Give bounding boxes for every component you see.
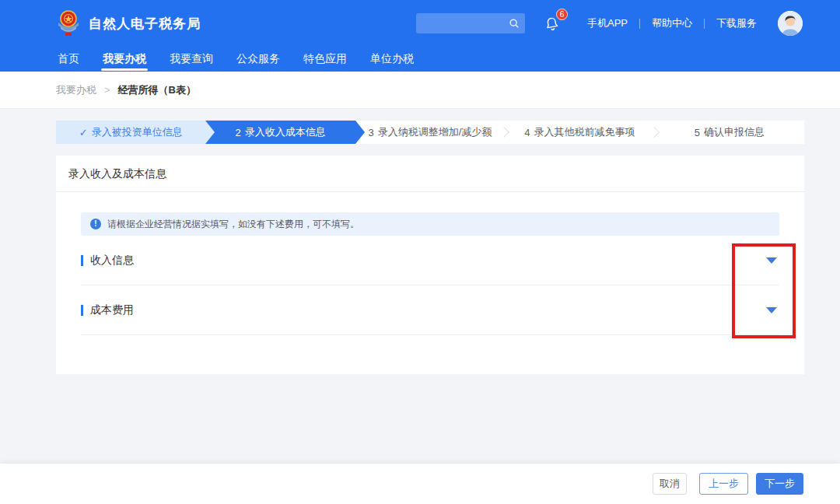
step-label: 录入纳税调整增加/减少额 <box>378 125 492 139</box>
step-label: 确认申报信息 <box>704 125 765 139</box>
breadcrumb-parent[interactable]: 我要办税 <box>56 83 96 97</box>
help-center-link[interactable]: 帮助中心 <box>640 16 704 30</box>
header-actions: 6 手机APP 帮助中心 下载服务 <box>416 11 803 36</box>
mobile-app-link[interactable]: 手机APP <box>576 16 639 30</box>
breadcrumb: 我要办税 > 经营所得（B表） <box>0 72 840 109</box>
notification-bell-icon[interactable]: 6 <box>544 15 560 32</box>
nav-item-query[interactable]: 我要查询 <box>168 52 215 66</box>
section-cost-expense[interactable]: 成本费用 <box>81 285 779 335</box>
header-top-row: 自然人电子税务局 6 手机APP 帮助中心 <box>0 0 840 47</box>
header-links: 手机APP 帮助中心 下载服务 <box>576 16 768 30</box>
collapse-caret-icon[interactable] <box>766 257 777 264</box>
step-number: 5 <box>695 127 700 138</box>
step-5-confirm[interactable]: 5 确认申报信息 <box>655 121 804 144</box>
section-marker <box>81 305 83 316</box>
step-label: 录入收入成本信息 <box>245 125 326 139</box>
section-title: 收入信息 <box>90 254 134 268</box>
main-nav: 首页 我要办税 我要查询 公众服务 特色应用 单位办税 <box>0 47 840 72</box>
user-avatar[interactable] <box>778 11 803 36</box>
info-banner-text: 请根据企业经营情况据实填写，如没有下述费用，可不填写。 <box>107 218 359 231</box>
collapse-caret-icon[interactable] <box>766 307 777 313</box>
section-marker <box>81 255 83 266</box>
breadcrumb-current: 经营所得（B表） <box>118 83 196 97</box>
info-banner: ! 请根据企业经营情况据实填写，如没有下述费用，可不填写。 <box>81 212 779 236</box>
income-cost-card: 录入收入及成本信息 ! 请根据企业经营情况据实填写，如没有下述费用，可不填写。 … <box>56 156 804 374</box>
footer-action-bar: 取消 上一步 下一步 <box>0 464 840 504</box>
search-box <box>416 13 525 33</box>
step-3-tax-adjustment[interactable]: 3 录入纳税调整增加/减少额 <box>355 121 505 144</box>
nav-item-home[interactable]: 首页 <box>56 52 81 66</box>
step-number: 3 <box>369 127 374 138</box>
previous-step-button[interactable]: 上一步 <box>699 473 748 495</box>
step-2-income-cost[interactable]: 2 录入收入成本信息 <box>205 121 355 144</box>
step-check-icon: ✓ <box>79 127 88 138</box>
step-label: 录入被投资单位信息 <box>92 125 183 139</box>
nav-item-org-tax[interactable]: 单位办税 <box>369 52 415 66</box>
cancel-button[interactable]: 取消 <box>653 473 687 495</box>
step-wizard: ✓ 录入被投资单位信息 2 录入收入成本信息 3 录入纳税调整增加/减少额 4 … <box>56 121 804 144</box>
nav-item-featured-apps[interactable]: 特色应用 <box>302 52 348 66</box>
nav-item-public-service[interactable]: 公众服务 <box>235 52 282 66</box>
notification-badge: 6 <box>556 9 568 20</box>
breadcrumb-separator-icon: > <box>104 84 110 96</box>
step-number: 2 <box>235 127 240 138</box>
section-title: 成本费用 <box>90 303 134 317</box>
card-title: 录入收入及成本信息 <box>56 156 804 192</box>
step-label: 录入其他税前减免事项 <box>534 125 635 139</box>
section-income-info[interactable]: 收入信息 <box>81 236 779 285</box>
info-icon: ! <box>90 219 101 229</box>
step-number: 4 <box>524 127 530 138</box>
step-4-pretax-deduction[interactable]: 4 录入其他税前减免事项 <box>505 121 654 144</box>
search-input[interactable] <box>423 18 509 29</box>
app-header: 自然人电子税务局 6 手机APP 帮助中心 <box>0 0 840 72</box>
tax-bureau-logo-icon <box>56 9 81 37</box>
next-step-button[interactable]: 下一步 <box>756 473 803 495</box>
download-service-link[interactable]: 下载服务 <box>705 16 768 30</box>
nav-item-tax-filing[interactable]: 我要办税 <box>101 52 148 66</box>
search-icon[interactable] <box>509 18 520 29</box>
app-title: 自然人电子税务局 <box>89 15 201 33</box>
step-1-investee-info[interactable]: ✓ 录入被投资单位信息 <box>56 121 205 144</box>
